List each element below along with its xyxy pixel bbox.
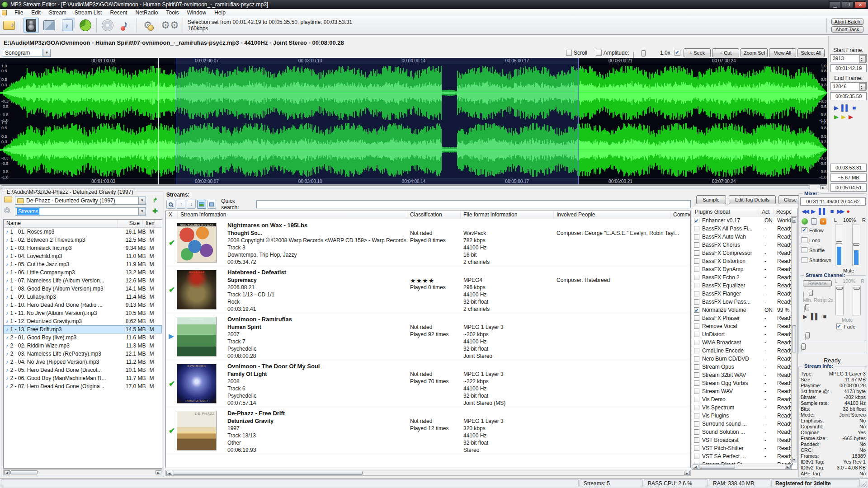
seek-slider[interactable] <box>805 334 806 340</box>
channel-slider-1[interactable] <box>803 291 804 298</box>
plugin-row[interactable]: UnDistort - Ready <box>692 330 797 338</box>
plugin-checkbox[interactable] <box>694 324 699 329</box>
play-icon[interactable]: ▶ <box>834 105 839 111</box>
rewind-icon[interactable]: ◀◀ <box>802 208 808 215</box>
play-to-icon[interactable]: ▶ <box>849 114 853 120</box>
amplitude-checkbox[interactable]: Amplitude: <box>596 50 629 56</box>
batch-gears-icon[interactable]: ⚙ <box>140 18 156 33</box>
stream-row[interactable]: DE-PHAZZ De-Phazz - Free Drift Detunized… <box>166 407 690 454</box>
album-art[interactable]: OVNIMOONFAMILY OF LIGHT <box>177 364 217 404</box>
column-name[interactable]: Name <box>4 220 118 227</box>
waveform-display[interactable]: 00:01:00.0300:02:00.0700:03:00.1000:04:0… <box>0 58 827 184</box>
plugin-checkbox[interactable] <box>694 356 699 361</box>
browse-folder-icon[interactable] <box>4 197 14 205</box>
plugin-row[interactable]: BassFX All Pass Fi... - Ready <box>692 225 797 233</box>
plugin-row[interactable]: BassFX Low Pass... - Ready <box>692 298 797 306</box>
plugin-row[interactable]: VST Pitch-Shifter - Ready <box>692 444 797 452</box>
plugin-checkbox[interactable] <box>694 340 699 345</box>
plugin-row[interactable]: BassFX Auto Wah - Ready <box>692 233 797 241</box>
plugin-checkbox[interactable] <box>694 258 699 264</box>
monitor-view-icon[interactable] <box>208 200 217 209</box>
plugin-checkbox[interactable] <box>694 413 699 418</box>
plugin-checkbox[interactable] <box>694 226 699 231</box>
editor-action-button[interactable]: View All <box>769 48 796 57</box>
cd-icon[interactable] <box>100 18 115 33</box>
navigate-icon[interactable]: ↱ <box>151 196 160 205</box>
file-row[interactable]: 1 - 07. Nameless Life (Album Version... … <box>4 277 162 285</box>
column-format[interactable]: File format information <box>461 211 554 219</box>
channel-play-icon[interactable]: ▶ <box>803 314 807 320</box>
stream-status-icon[interactable] <box>169 238 177 246</box>
plugin-row[interactable]: Vis Plugins - Ready <box>692 412 797 420</box>
album-art[interactable]: NIGHTMARES ON WAX <box>177 223 217 263</box>
stop-icon[interactable]: ■ <box>830 208 834 215</box>
plugin-checkbox[interactable] <box>694 437 699 443</box>
follow-checkbox[interactable]: Follow <box>802 227 824 233</box>
plugin-row[interactable]: Stream WAV - Ready <box>692 387 797 395</box>
quick-search-input[interactable] <box>256 200 691 208</box>
column-items[interactable]: Items <box>143 220 155 227</box>
plugin-row[interactable]: BassFX Chorus - Ready <box>692 241 797 249</box>
view-mode-dropdown-icon[interactable]: ▼ <box>43 49 51 57</box>
netradio-rss-icon[interactable]: ◗ <box>820 218 826 225</box>
plugin-row[interactable]: Nero Burn CD/DVD - Ready <box>692 355 797 363</box>
sample-button[interactable]: Sample <box>696 195 726 204</box>
stream-row[interactable]: NIGHTMARES ON WAX Nightmares on Wax - 19… <box>166 219 690 266</box>
file-row[interactable]: 1 - 11. No Jive (Album Version).mp3 10.5… <box>4 309 162 317</box>
stream-status-icon[interactable] <box>169 285 177 293</box>
editor-action-button[interactable]: Select All <box>797 48 825 57</box>
column-x[interactable]: X <box>166 211 178 219</box>
plugin-checkbox[interactable] <box>694 397 699 402</box>
menu-item[interactable]: Stream List <box>71 9 106 16</box>
channel-stop-icon[interactable]: ■ <box>823 314 826 320</box>
file-row[interactable]: 2 - 05. Hero Dead And Gone (Discot... 10… <box>4 366 162 374</box>
plugin-checkbox[interactable] <box>694 218 699 223</box>
plugin-row[interactable]: Stream 32bit WAV - Ready <box>692 371 797 379</box>
start-frame-input[interactable]: 3913 <box>830 54 867 62</box>
plugin-checkbox[interactable] <box>694 307 699 313</box>
folder-select[interactable]: De-Phazz - Detunized Gravity (1997) <box>15 197 146 205</box>
file-row[interactable]: 1 - 08. Good Boy (Album Version).mp3 14.… <box>4 285 162 293</box>
settings-gears-icon[interactable]: ⚙⚙ <box>162 18 178 33</box>
file-row[interactable]: 1 - 09. Lullaby.mp3 11.4 MB M <box>4 293 162 301</box>
channel-pause-icon[interactable]: ▌▌ <box>811 314 819 320</box>
close-button[interactable]: ✕ <box>854 1 866 8</box>
plugin-row[interactable]: Surround sound ... - Ready <box>692 420 797 428</box>
plugin-checkbox[interactable] <box>694 267 699 272</box>
speakers-icon[interactable] <box>24 18 39 33</box>
plugin-checkbox[interactable] <box>694 315 699 321</box>
waveform-selection[interactable] <box>176 58 579 184</box>
plugin-row[interactable]: CmdLine Encode - Ready <box>692 347 797 355</box>
abort-batch-button[interactable]: Abort Batch <box>831 19 863 25</box>
column-classification[interactable]: Classification <box>407 211 461 219</box>
menu-doc-icon[interactable] <box>2 10 7 15</box>
tag-note-icon[interactable] <box>118 18 133 33</box>
arrow-down-icon[interactable]: ↓ <box>187 200 196 209</box>
abort-task-button[interactable]: Abort Task <box>831 26 863 33</box>
album-art[interactable]: ovnimoon <box>177 317 217 357</box>
plugin-checkbox[interactable] <box>694 332 699 337</box>
menu-item[interactable]: Recent <box>106 9 131 16</box>
file-row[interactable]: 2 - 07. Hero Dead And Gone (Origina... 1… <box>4 382 162 390</box>
play-from-icon[interactable]: ▶ <box>841 114 846 120</box>
plugin-checkbox[interactable] <box>694 250 699 256</box>
loop-checkbox[interactable]: Loop <box>802 237 820 243</box>
column-response[interactable]: Response <box>774 208 792 216</box>
album-art[interactable]: Hatebreed <box>177 270 217 310</box>
plugin-row[interactable]: BassFX Equalizer - Ready <box>692 282 797 290</box>
plugin-row[interactable]: BassFX DynAmp - Ready <box>692 265 797 273</box>
search-icon[interactable] <box>166 200 175 209</box>
streams-scrollbar[interactable]: ◀▶ <box>165 470 691 476</box>
plugin-row[interactable]: Enhancer v0.17 ON Working <box>692 216 797 225</box>
menu-item[interactable]: File <box>10 9 27 16</box>
snap-checkbox[interactable] <box>675 50 680 56</box>
column-plugins-global[interactable]: Plugins Global <box>692 208 759 216</box>
pause-icon[interactable]: ▌▌ <box>819 208 827 215</box>
fade-checkbox[interactable]: Fade <box>836 324 855 329</box>
column-comments[interactable]: Comments <box>670 211 690 219</box>
plugin-row[interactable]: Normalize Volume ON 99 % <box>692 306 797 314</box>
file-row[interactable]: 1 - 12. Detunized Gravity.mp3 8.62 MB M <box>4 317 162 325</box>
streams-source-icon[interactable] <box>4 207 12 215</box>
stream-list-icon[interactable] <box>60 18 75 33</box>
editor-action-button[interactable]: + Seek <box>684 48 711 57</box>
